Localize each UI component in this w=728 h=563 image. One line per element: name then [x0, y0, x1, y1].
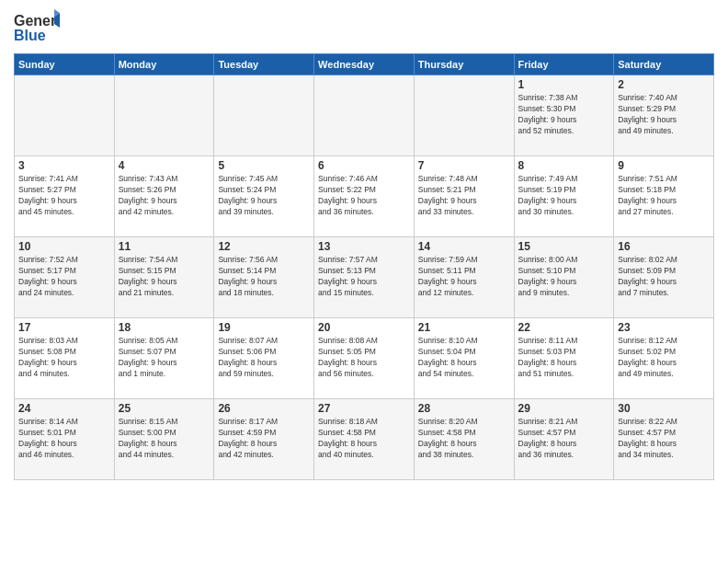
- calendar-cell: 13Sunrise: 7:57 AM Sunset: 5:13 PM Dayli…: [314, 237, 415, 318]
- day-number: 13: [318, 240, 410, 253]
- day-info: Sunrise: 8:21 AM Sunset: 4:57 PM Dayligh…: [518, 417, 610, 461]
- day-number: 12: [218, 240, 310, 253]
- calendar-cell: 2Sunrise: 7:40 AM Sunset: 5:29 PM Daylig…: [614, 75, 714, 156]
- day-info: Sunrise: 7:41 AM Sunset: 5:27 PM Dayligh…: [18, 174, 110, 218]
- day-number: 3: [18, 159, 110, 172]
- calendar-cell: 29Sunrise: 8:21 AM Sunset: 4:57 PM Dayli…: [514, 399, 614, 480]
- day-info: Sunrise: 7:48 AM Sunset: 5:21 PM Dayligh…: [418, 174, 510, 218]
- calendar-cell: 16Sunrise: 8:02 AM Sunset: 5:09 PM Dayli…: [614, 237, 714, 318]
- day-number: 7: [418, 159, 510, 172]
- day-number: 25: [119, 402, 210, 415]
- day-number: 6: [318, 159, 410, 172]
- day-info: Sunrise: 8:20 AM Sunset: 4:58 PM Dayligh…: [418, 417, 510, 461]
- weekday-header: Saturday: [614, 54, 714, 75]
- calendar-cell: 19Sunrise: 8:07 AM Sunset: 5:06 PM Dayli…: [214, 318, 314, 399]
- calendar-cell: 22Sunrise: 8:11 AM Sunset: 5:03 PM Dayli…: [514, 318, 614, 399]
- day-number: 23: [618, 321, 710, 334]
- calendar-cell: 14Sunrise: 7:59 AM Sunset: 5:11 PM Dayli…: [414, 237, 514, 318]
- calendar-cell: 12Sunrise: 7:56 AM Sunset: 5:14 PM Dayli…: [214, 237, 314, 318]
- day-info: Sunrise: 8:12 AM Sunset: 5:02 PM Dayligh…: [618, 336, 710, 380]
- calendar-cell: 3Sunrise: 7:41 AM Sunset: 5:27 PM Daylig…: [15, 156, 115, 237]
- weekday-header: Thursday: [414, 54, 514, 75]
- calendar-cell: 28Sunrise: 8:20 AM Sunset: 4:58 PM Dayli…: [414, 399, 514, 480]
- logo: General Blue: [14, 9, 60, 46]
- day-number: 8: [518, 159, 610, 172]
- calendar-week-row: 10Sunrise: 7:52 AM Sunset: 5:17 PM Dayli…: [15, 237, 714, 318]
- calendar-cell: 7Sunrise: 7:48 AM Sunset: 5:21 PM Daylig…: [414, 156, 514, 237]
- calendar-week-row: 1Sunrise: 7:38 AM Sunset: 5:30 PM Daylig…: [15, 75, 714, 156]
- day-number: 14: [418, 240, 510, 253]
- day-number: 2: [618, 78, 710, 91]
- calendar-cell: 5Sunrise: 7:45 AM Sunset: 5:24 PM Daylig…: [214, 156, 314, 237]
- day-info: Sunrise: 8:22 AM Sunset: 4:57 PM Dayligh…: [618, 417, 710, 461]
- day-number: 22: [518, 321, 610, 334]
- calendar-table: SundayMondayTuesdayWednesdayThursdayFrid…: [14, 53, 714, 480]
- weekday-header: Tuesday: [214, 54, 314, 75]
- svg-text:General: General: [14, 13, 60, 29]
- calendar-cell: [314, 75, 415, 156]
- calendar-cell: 10Sunrise: 7:52 AM Sunset: 5:17 PM Dayli…: [15, 237, 115, 318]
- day-number: 1: [518, 78, 610, 91]
- weekday-header-row: SundayMondayTuesdayWednesdayThursdayFrid…: [15, 54, 714, 75]
- day-number: 26: [218, 402, 310, 415]
- calendar-cell: 25Sunrise: 8:15 AM Sunset: 5:00 PM Dayli…: [114, 399, 214, 480]
- logo-icon: General Blue: [14, 9, 60, 46]
- day-info: Sunrise: 8:05 AM Sunset: 5:07 PM Dayligh…: [119, 336, 210, 380]
- day-info: Sunrise: 7:56 AM Sunset: 5:14 PM Dayligh…: [218, 255, 310, 299]
- calendar-cell: 17Sunrise: 8:03 AM Sunset: 5:08 PM Dayli…: [15, 318, 115, 399]
- weekday-header: Sunday: [15, 54, 115, 75]
- page: General Blue SundayMondayTuesdayWednesda…: [0, 0, 728, 563]
- calendar-cell: 27Sunrise: 8:18 AM Sunset: 4:58 PM Dayli…: [314, 399, 415, 480]
- svg-text:Blue: Blue: [14, 28, 46, 43]
- calendar-cell: 15Sunrise: 8:00 AM Sunset: 5:10 PM Dayli…: [514, 237, 614, 318]
- day-info: Sunrise: 7:57 AM Sunset: 5:13 PM Dayligh…: [318, 255, 410, 299]
- day-number: 24: [18, 402, 110, 415]
- calendar-cell: 20Sunrise: 8:08 AM Sunset: 5:05 PM Dayli…: [314, 318, 415, 399]
- calendar-cell: 18Sunrise: 8:05 AM Sunset: 5:07 PM Dayli…: [114, 318, 214, 399]
- day-info: Sunrise: 8:18 AM Sunset: 4:58 PM Dayligh…: [318, 417, 410, 461]
- day-info: Sunrise: 8:02 AM Sunset: 5:09 PM Dayligh…: [618, 255, 710, 299]
- day-info: Sunrise: 8:10 AM Sunset: 5:04 PM Dayligh…: [418, 336, 510, 380]
- day-number: 18: [119, 321, 210, 334]
- calendar-cell: 6Sunrise: 7:46 AM Sunset: 5:22 PM Daylig…: [314, 156, 415, 237]
- day-number: 29: [518, 402, 610, 415]
- calendar-cell: 9Sunrise: 7:51 AM Sunset: 5:18 PM Daylig…: [614, 156, 714, 237]
- calendar-cell: 30Sunrise: 8:22 AM Sunset: 4:57 PM Dayli…: [614, 399, 714, 480]
- day-info: Sunrise: 7:49 AM Sunset: 5:19 PM Dayligh…: [518, 174, 610, 218]
- day-info: Sunrise: 8:14 AM Sunset: 5:01 PM Dayligh…: [18, 417, 110, 461]
- calendar-cell: 1Sunrise: 7:38 AM Sunset: 5:30 PM Daylig…: [514, 75, 614, 156]
- calendar-cell: 8Sunrise: 7:49 AM Sunset: 5:19 PM Daylig…: [514, 156, 614, 237]
- calendar-cell: [414, 75, 514, 156]
- day-number: 15: [518, 240, 610, 253]
- calendar-week-row: 24Sunrise: 8:14 AM Sunset: 5:01 PM Dayli…: [15, 399, 714, 480]
- day-number: 20: [318, 321, 410, 334]
- day-number: 21: [418, 321, 510, 334]
- day-number: 16: [618, 240, 710, 253]
- day-info: Sunrise: 8:07 AM Sunset: 5:06 PM Dayligh…: [218, 336, 310, 380]
- day-number: 27: [318, 402, 410, 415]
- header: General Blue: [14, 9, 714, 46]
- day-info: Sunrise: 7:52 AM Sunset: 5:17 PM Dayligh…: [18, 255, 110, 299]
- day-info: Sunrise: 7:46 AM Sunset: 5:22 PM Dayligh…: [318, 174, 410, 218]
- day-info: Sunrise: 7:54 AM Sunset: 5:15 PM Dayligh…: [119, 255, 210, 299]
- calendar-cell: [214, 75, 314, 156]
- calendar-cell: [114, 75, 214, 156]
- weekday-header: Friday: [514, 54, 614, 75]
- day-number: 19: [218, 321, 310, 334]
- day-number: 17: [18, 321, 110, 334]
- calendar-cell: 11Sunrise: 7:54 AM Sunset: 5:15 PM Dayli…: [114, 237, 214, 318]
- day-info: Sunrise: 8:00 AM Sunset: 5:10 PM Dayligh…: [518, 255, 610, 299]
- day-info: Sunrise: 7:43 AM Sunset: 5:26 PM Dayligh…: [119, 174, 210, 218]
- day-number: 28: [418, 402, 510, 415]
- calendar-cell: 26Sunrise: 8:17 AM Sunset: 4:59 PM Dayli…: [214, 399, 314, 480]
- day-info: Sunrise: 8:17 AM Sunset: 4:59 PM Dayligh…: [218, 417, 310, 461]
- calendar-cell: [15, 75, 115, 156]
- day-info: Sunrise: 7:40 AM Sunset: 5:29 PM Dayligh…: [618, 93, 710, 137]
- day-info: Sunrise: 7:59 AM Sunset: 5:11 PM Dayligh…: [418, 255, 510, 299]
- day-info: Sunrise: 8:08 AM Sunset: 5:05 PM Dayligh…: [318, 336, 410, 380]
- day-number: 11: [119, 240, 210, 253]
- calendar-week-row: 17Sunrise: 8:03 AM Sunset: 5:08 PM Dayli…: [15, 318, 714, 399]
- calendar-cell: 23Sunrise: 8:12 AM Sunset: 5:02 PM Dayli…: [614, 318, 714, 399]
- day-number: 4: [119, 159, 210, 172]
- day-number: 30: [618, 402, 710, 415]
